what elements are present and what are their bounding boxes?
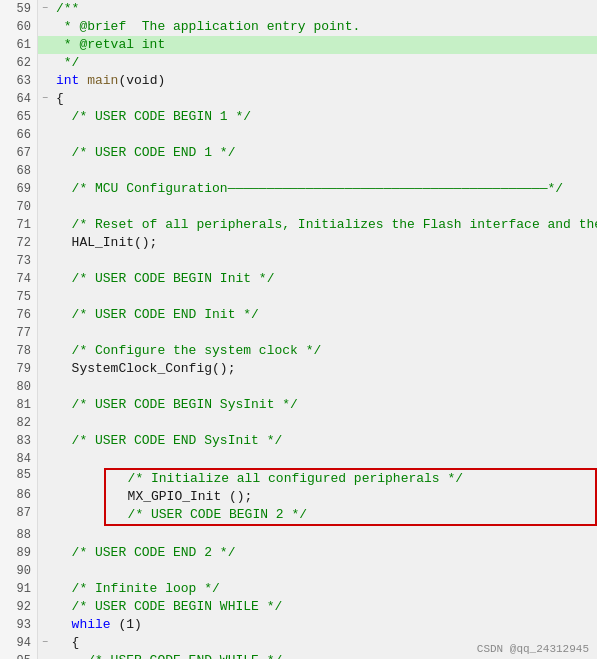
fold-icon	[38, 54, 52, 72]
code-line: 66	[0, 126, 597, 144]
fold-icon	[38, 506, 52, 526]
fold-icon	[38, 216, 52, 234]
code-line: 89 /* USER CODE END 2 */	[0, 544, 597, 562]
fold-icon	[38, 488, 52, 506]
line-content: */	[52, 54, 597, 72]
code-line: 84	[0, 450, 597, 468]
fold-icon[interactable]: −	[38, 634, 52, 652]
line-content: /* USER CODE BEGIN 1 */	[52, 108, 597, 126]
line-number: 94	[0, 634, 38, 652]
line-number: 61	[0, 36, 38, 54]
code-line: 67 /* USER CODE END 1 */	[0, 144, 597, 162]
line-number: 85	[0, 468, 38, 488]
code-line: 59−/**	[0, 0, 597, 18]
fold-icon	[38, 72, 52, 90]
line-content	[52, 198, 597, 216]
line-number: 59	[0, 0, 38, 18]
line-number: 82	[0, 414, 38, 432]
code-line: 72 HAL_Init();	[0, 234, 597, 252]
code-line: 80	[0, 378, 597, 396]
code-line: /* Initialize all configured peripherals…	[104, 468, 597, 488]
code-line: 77	[0, 324, 597, 342]
line-number: 63	[0, 72, 38, 90]
line-number: 84	[0, 450, 38, 468]
code-line: 65 /* USER CODE BEGIN 1 */	[0, 108, 597, 126]
line-content: /**	[52, 0, 597, 18]
line-content: /* USER CODE END 2 */	[52, 544, 597, 562]
line-content	[52, 450, 597, 468]
line-content: /* USER CODE END 1 */	[52, 144, 597, 162]
line-number: 89	[0, 544, 38, 562]
fold-icon	[38, 544, 52, 562]
line-number: 92	[0, 598, 38, 616]
line-number: 88	[0, 526, 38, 544]
code-line: /* USER CODE BEGIN 2 */	[104, 506, 597, 526]
code-line: MX_GPIO_Init ();	[104, 488, 597, 506]
code-line: 90	[0, 562, 597, 580]
line-number: 90	[0, 562, 38, 580]
code-line: 88	[0, 526, 597, 544]
line-number: 79	[0, 360, 38, 378]
fold-icon	[38, 144, 52, 162]
code-line: 70	[0, 198, 597, 216]
fold-icon	[38, 108, 52, 126]
code-line: 93 while (1)	[0, 616, 597, 634]
fold-icon	[38, 198, 52, 216]
fold-icon	[38, 162, 52, 180]
line-number: 71	[0, 216, 38, 234]
fold-icon	[38, 324, 52, 342]
line-number: 72	[0, 234, 38, 252]
code-line: 81 /* USER CODE BEGIN SysInit */	[0, 396, 597, 414]
line-number: 69	[0, 180, 38, 198]
fold-icon	[38, 360, 52, 378]
code-line: 79 SystemClock_Config();	[0, 360, 597, 378]
line-number: 86	[0, 488, 38, 506]
line-content: * @brief The application entry point.	[52, 18, 597, 36]
code-line-wrapper: 86 MX_GPIO_Init ();	[0, 488, 597, 506]
line-number: 93	[0, 616, 38, 634]
code-line: 83 /* USER CODE END SysInit */	[0, 432, 597, 450]
line-content: * @retval int	[52, 36, 597, 54]
line-content: /* USER CODE BEGIN 2 */	[108, 506, 595, 524]
fold-icon[interactable]: −	[38, 90, 52, 108]
line-content: /* MCU Configuration————————————————————…	[52, 180, 597, 198]
watermark: CSDN @qq_24312945	[477, 643, 589, 655]
line-number: 67	[0, 144, 38, 162]
line-number: 95	[0, 652, 38, 659]
line-number: 75	[0, 288, 38, 306]
fold-icon[interactable]: −	[38, 0, 52, 18]
fold-icon	[38, 414, 52, 432]
line-number: 65	[0, 108, 38, 126]
code-line: 61 * @retval int	[0, 36, 597, 54]
line-number: 62	[0, 54, 38, 72]
line-content: MX_GPIO_Init ();	[108, 488, 595, 506]
line-content	[52, 324, 597, 342]
fold-icon	[38, 468, 52, 488]
fold-icon	[38, 378, 52, 396]
code-line: 92 /* USER CODE BEGIN WHILE */	[0, 598, 597, 616]
line-content: /* Initialize all configured peripherals…	[108, 470, 595, 488]
code-line-wrapper: 85 /* Initialize all configured peripher…	[0, 468, 597, 488]
fold-icon	[38, 234, 52, 252]
line-content: while (1)	[52, 616, 597, 634]
line-content	[52, 252, 597, 270]
code-line: 69 /* MCU Configuration—————————————————…	[0, 180, 597, 198]
fold-icon	[38, 342, 52, 360]
fold-icon	[38, 652, 52, 659]
fold-icon	[38, 36, 52, 54]
fold-icon	[38, 616, 52, 634]
code-line: 60 * @brief The application entry point.	[0, 18, 597, 36]
line-content: /* USER CODE BEGIN WHILE */	[52, 598, 597, 616]
line-content: HAL_Init();	[52, 234, 597, 252]
line-content: /* Configure the system clock */	[52, 342, 597, 360]
line-content: /* USER CODE END SysInit */	[52, 432, 597, 450]
fold-icon	[38, 526, 52, 544]
code-editor: 59−/**60 * @brief The application entry …	[0, 0, 597, 659]
code-line: 63int main(void)	[0, 72, 597, 90]
code-line: 82	[0, 414, 597, 432]
line-number: 81	[0, 396, 38, 414]
fold-icon	[38, 270, 52, 288]
code-line: 91 /* Infinite loop */	[0, 580, 597, 598]
line-number: 80	[0, 378, 38, 396]
code-line-wrapper: 87 /* USER CODE BEGIN 2 */	[0, 506, 597, 526]
